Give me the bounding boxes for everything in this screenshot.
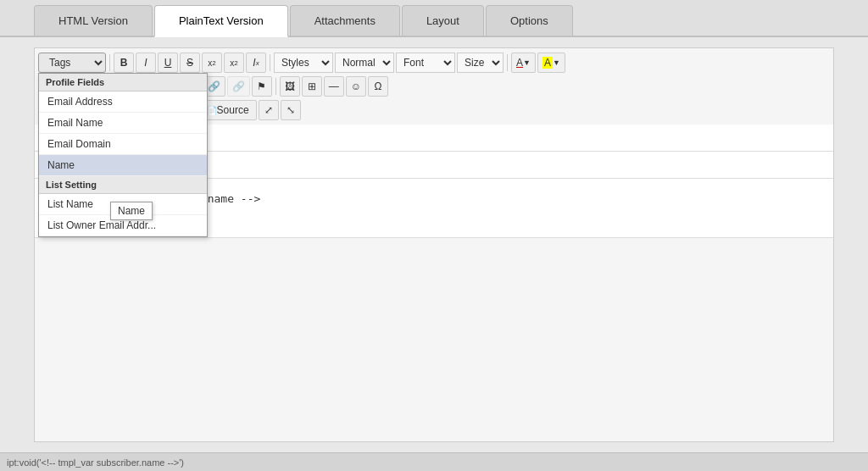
italic2-button[interactable]: Ix [246, 53, 266, 73]
status-bar: ipt:void('<!-- tmpl_var subscriber.name … [0, 452, 868, 471]
font-select[interactable]: Font [396, 53, 455, 73]
tooltip-text: Name [118, 205, 145, 217]
styles-select[interactable]: Styles [274, 53, 333, 73]
fullscreen-button[interactable]: ⤢ [259, 100, 279, 120]
dropdown-email-domain[interactable]: Email Domain [39, 134, 207, 155]
superscript-button[interactable]: x2 [224, 53, 244, 73]
source-label: Source [217, 104, 249, 116]
list-setting-header: List Setting [39, 176, 207, 194]
underline-button[interactable]: U [158, 53, 178, 73]
bold-button[interactable]: B [114, 53, 134, 73]
subscript-button[interactable]: x2 [202, 53, 222, 73]
divider-3 [507, 54, 508, 71]
status-text: ipt:void('<!-- tmpl_var subscriber.name … [7, 457, 184, 468]
toolbar: Tags Profile Fields Email Address Email … [34, 47, 834, 125]
tab-html[interactable]: HTML Version [34, 5, 153, 36]
dropdown-email-name[interactable]: Email Name [39, 113, 207, 134]
dropdown-email-address[interactable]: Email Address [39, 91, 207, 113]
tab-layout[interactable]: Layout [402, 5, 484, 36]
main-container: HTML Version PlainText Version Attachmen… [0, 0, 868, 471]
unlink-button[interactable]: 🔗 [227, 76, 250, 97]
toolbar-row-1: Tags Profile Fields Email Address Email … [38, 51, 830, 75]
rule-button[interactable]: — [324, 76, 344, 97]
smiley-button[interactable]: ☺ [346, 76, 366, 97]
size-select[interactable]: Size [457, 53, 504, 73]
tags-select[interactable]: Tags [38, 53, 106, 73]
resize-button[interactable]: ⤡ [281, 100, 301, 120]
profile-fields-header: Profile Fields [39, 74, 207, 91]
dropdown-name[interactable]: Name [39, 155, 207, 176]
tooltip-popup: Name [110, 202, 153, 220]
tab-attachments[interactable]: Attachments [290, 5, 400, 36]
tags-container[interactable]: Tags Profile Fields Email Address Email … [38, 53, 106, 73]
bg-color-button[interactable]: A▼ [537, 53, 565, 73]
table-button[interactable]: ⊞ [302, 76, 322, 97]
image-button[interactable]: 🖼 [280, 76, 300, 97]
strikethrough-button[interactable]: S [180, 53, 200, 73]
tabs-bar: HTML Version PlainText Version Attachmen… [0, 0, 868, 37]
anchor-button[interactable]: ⚑ [252, 76, 272, 97]
divider-1 [109, 54, 110, 71]
divider-5 [275, 78, 276, 95]
font-color-button[interactable]: A▼ [511, 53, 536, 73]
tab-plaintext[interactable]: PlainText Version [154, 5, 288, 37]
italic-button[interactable]: I [136, 53, 156, 73]
divider-2 [270, 54, 270, 71]
special-char-button[interactable]: Ω [368, 76, 388, 97]
tab-options[interactable]: Options [486, 5, 573, 36]
editor-area: Tags Profile Fields Email Address Email … [0, 37, 868, 452]
normal-select[interactable]: Normal [335, 53, 394, 73]
